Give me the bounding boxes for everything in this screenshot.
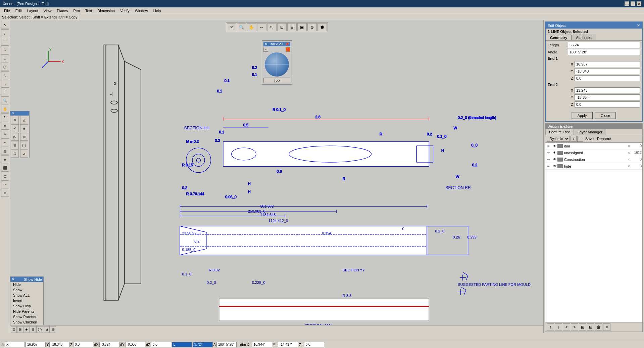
mirror-tool[interactable]: ⇔ [1,122,9,130]
text-tool[interactable]: T [1,88,9,96]
layer-x-unassigned[interactable]: ✕ [626,150,632,156]
canvas-tool-7[interactable]: ⊕ [50,326,56,333]
explorer-move-up-btn[interactable]: ↑ [547,323,554,331]
prop-end1-z-input[interactable] [575,75,640,81]
line-tool[interactable]: / [1,29,9,37]
menu-window[interactable]: Window [132,8,151,13]
rotate-tool[interactable]: ↻ [1,113,9,121]
prop-length-input[interactable] [568,42,640,48]
trim-tool[interactable]: ✂ [1,130,9,138]
canvas-tool-3[interactable]: ◈ [23,326,30,333]
solid-tool[interactable]: ⬛ [1,164,9,172]
snap-btn-9[interactable]: ⊡ [11,149,19,158]
top-btn[interactable]: ⊞ [287,23,297,31]
explorer-remove-btn[interactable]: − [577,136,583,142]
layer-eye-hide[interactable]: 👁 [552,164,557,169]
front-btn[interactable]: ⊡ [277,23,287,31]
popup-show-children[interactable]: Show Children [10,319,43,325]
snap-btn-2[interactable]: △ [20,116,28,124]
popup-show-only[interactable]: Show Only [10,303,43,309]
fillet-tool[interactable]: ⌐ [1,138,9,146]
polygon-tool[interactable]: ⬡ [1,63,9,71]
menu-verify[interactable]: Verify [117,8,132,13]
select-tool[interactable]: ↖ [1,21,9,29]
snap-tool[interactable]: ⊕ [1,189,9,197]
prop-end2-z-input[interactable] [575,101,640,107]
canvas-tool-2[interactable]: ⊞ [17,326,23,333]
popup-invert[interactable]: Invert [10,298,43,303]
explorer-add-btn[interactable]: + [571,136,577,142]
tab-geometry[interactable]: Geometry [546,35,572,40]
close-button[interactable]: ✕ [637,1,641,6]
menu-help[interactable]: Help [151,8,164,13]
popup-show-parents[interactable]: Show Parents [10,314,43,319]
layer-eye-unassigned[interactable]: 👁 [552,150,557,156]
apply-button[interactable]: Apply [572,112,593,119]
snap-btn-5[interactable]: ▷ [11,133,19,141]
trackball-widget[interactable]: ✕ TrackBall 📌 ← 🔴 Top [262,40,292,85]
circle-tool[interactable]: ○ [1,46,9,54]
trackball-btn-right[interactable]: 🔴 [286,47,290,52]
snap-btn-4[interactable]: ◈ [20,124,28,132]
arc-tool[interactable]: ⌒ [1,38,9,46]
titlebar-controls[interactable]: — □ ✕ [625,1,641,6]
snap-btn-3[interactable]: ✕ [11,124,19,132]
explorer-prev-btn[interactable]: < [563,323,570,331]
explorer-collapse-btn[interactable]: ⊟ [587,323,594,331]
trackball-close[interactable]: ✕ [265,42,267,46]
shaded-btn[interactable]: ⬟ [317,23,327,31]
prop-end1-x-input[interactable] [575,61,640,67]
edit-object-close-icon[interactable]: ✕ [637,23,640,28]
hatch-tool[interactable]: ▨ [1,147,9,155]
snap-btn-6[interactable]: ⊞ [20,133,28,141]
move-tool[interactable]: ✋ [1,105,9,113]
tab-attributes[interactable]: Attributes [572,35,596,40]
trackball-sphere[interactable] [265,52,289,77]
trackball-btn-left[interactable]: ← [263,47,268,52]
explorer-dropdown[interactable]: Dynamic [547,136,570,142]
zoom-tool[interactable]: 🔍 [1,96,9,104]
snap-btn-7[interactable]: ⊟ [11,141,19,149]
menu-file[interactable]: File [1,8,13,13]
explorer-next-btn[interactable]: > [571,323,578,331]
canvas-tool-4[interactable]: ⊟ [30,326,36,333]
layer-x-dim[interactable]: ✕ [626,143,632,149]
surface-tool[interactable]: ◻ [1,172,9,180]
menu-edit[interactable]: Edit [13,8,24,13]
trackball-pin[interactable]: 📌 [285,42,289,46]
rect-tool[interactable]: □ [1,54,9,62]
explorer-tab-layer-manager[interactable]: Layer Manager [574,129,606,135]
snap-panel-close[interactable]: ✕ [12,112,14,115]
snap-btn-1[interactable]: ⊕ [11,116,19,124]
canvas-tool-6[interactable]: ⊿ [44,326,50,333]
popup-hide[interactable]: Hide [10,282,43,287]
pan-btn[interactable]: ✋ [247,23,256,31]
popup-hide-parents[interactable]: Hide Parents [10,309,43,314]
show-hide-close-icon[interactable]: ✕ [12,277,15,281]
menu-places[interactable]: Places [54,8,70,13]
explorer-expand-btn[interactable]: ⊞ [579,323,586,331]
layer-eye-construction[interactable]: 👁 [552,157,557,162]
prop-end2-x-input[interactable] [575,87,640,93]
layer-x-hide[interactable]: ✕ [626,164,632,169]
3d-tool[interactable]: ◈ [1,155,9,163]
menu-layout[interactable]: Layout [24,8,41,13]
popup-show-all[interactable]: Show ALL [10,293,43,298]
minimize-button[interactable]: — [625,1,629,6]
curve-tool[interactable]: 〜 [1,180,9,188]
orbit-btn[interactable]: ↔ [257,23,266,31]
prop-angle-input[interactable] [568,49,640,55]
zoom-fit-btn[interactable]: 🔍 [237,23,246,31]
layer-x-construction[interactable]: ✕ [626,157,632,162]
persp-btn[interactable]: ⊜ [307,23,317,31]
canvas-tool-5[interactable]: ◯ [36,326,43,333]
menu-pen[interactable]: Pen [70,8,83,13]
snap-btn-8[interactable]: ◯ [20,141,28,149]
canvas-area[interactable]: ✕ 🔍 ✋ ↔ ⚟ ⊡ ⊞ ▣ ⊜ ⬟ ✕ TrackBall 📌 ← 🔴 [10,20,543,333]
popup-show[interactable]: Show [10,287,43,293]
maximize-button[interactable]: □ [631,1,635,6]
prop-end2-y-input[interactable] [575,94,640,100]
canvas-tool-1[interactable]: ⊡ [11,326,17,333]
dimension-tool[interactable]: ↔ [1,80,9,88]
snap-btn-10[interactable]: ⊿ [20,149,28,158]
